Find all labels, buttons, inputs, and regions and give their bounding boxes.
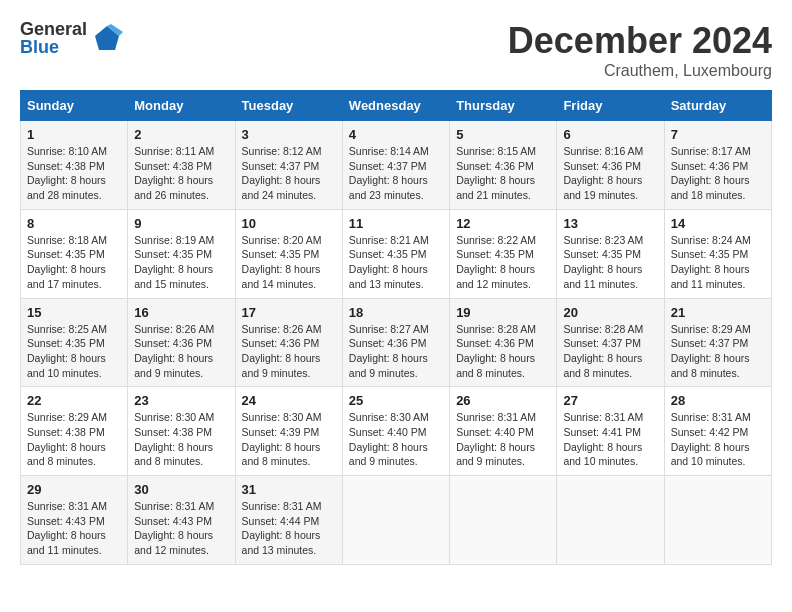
calendar-cell: 14 Sunrise: 8:24 AMSunset: 4:35 PMDaylig… [664,209,771,298]
day-detail: Sunrise: 8:25 AMSunset: 4:35 PMDaylight:… [27,323,107,379]
day-number: 19 [456,305,550,320]
calendar-cell: 24 Sunrise: 8:30 AMSunset: 4:39 PMDaylig… [235,387,342,476]
day-number: 24 [242,393,336,408]
day-detail: Sunrise: 8:20 AMSunset: 4:35 PMDaylight:… [242,234,322,290]
calendar-cell: 10 Sunrise: 8:20 AMSunset: 4:35 PMDaylig… [235,209,342,298]
day-detail: Sunrise: 8:27 AMSunset: 4:36 PMDaylight:… [349,323,429,379]
calendar-cell: 19 Sunrise: 8:28 AMSunset: 4:36 PMDaylig… [450,298,557,387]
calendar-cell: 6 Sunrise: 8:16 AMSunset: 4:36 PMDayligh… [557,121,664,210]
day-detail: Sunrise: 8:26 AMSunset: 4:36 PMDaylight:… [134,323,214,379]
calendar-week-row: 1 Sunrise: 8:10 AMSunset: 4:38 PMDayligh… [21,121,772,210]
calendar-cell: 9 Sunrise: 8:19 AMSunset: 4:35 PMDayligh… [128,209,235,298]
header-saturday: Saturday [664,91,771,121]
day-detail: Sunrise: 8:24 AMSunset: 4:35 PMDaylight:… [671,234,751,290]
day-detail: Sunrise: 8:21 AMSunset: 4:35 PMDaylight:… [349,234,429,290]
calendar-cell: 7 Sunrise: 8:17 AMSunset: 4:36 PMDayligh… [664,121,771,210]
calendar-cell: 23 Sunrise: 8:30 AMSunset: 4:38 PMDaylig… [128,387,235,476]
calendar-table: SundayMondayTuesdayWednesdayThursdayFrid… [20,90,772,565]
calendar-week-row: 29 Sunrise: 8:31 AMSunset: 4:43 PMDaylig… [21,476,772,565]
calendar-cell: 27 Sunrise: 8:31 AMSunset: 4:41 PMDaylig… [557,387,664,476]
day-number: 21 [671,305,765,320]
logo-general-text: General [20,20,87,38]
day-number: 8 [27,216,121,231]
day-number: 25 [349,393,443,408]
calendar-cell: 12 Sunrise: 8:22 AMSunset: 4:35 PMDaylig… [450,209,557,298]
calendar-cell: 22 Sunrise: 8:29 AMSunset: 4:38 PMDaylig… [21,387,128,476]
day-detail: Sunrise: 8:26 AMSunset: 4:36 PMDaylight:… [242,323,322,379]
day-number: 22 [27,393,121,408]
location: Crauthem, Luxembourg [508,62,772,80]
calendar-cell: 30 Sunrise: 8:31 AMSunset: 4:43 PMDaylig… [128,476,235,565]
logo-icon [91,22,123,54]
header-wednesday: Wednesday [342,91,449,121]
calendar-cell: 4 Sunrise: 8:14 AMSunset: 4:37 PMDayligh… [342,121,449,210]
logo-blue-text: Blue [20,38,87,56]
calendar-header-row: SundayMondayTuesdayWednesdayThursdayFrid… [21,91,772,121]
day-detail: Sunrise: 8:16 AMSunset: 4:36 PMDaylight:… [563,145,643,201]
day-number: 31 [242,482,336,497]
header-monday: Monday [128,91,235,121]
day-number: 18 [349,305,443,320]
day-number: 4 [349,127,443,142]
calendar-cell: 29 Sunrise: 8:31 AMSunset: 4:43 PMDaylig… [21,476,128,565]
day-detail: Sunrise: 8:31 AMSunset: 4:43 PMDaylight:… [27,500,107,556]
day-number: 28 [671,393,765,408]
calendar-cell: 17 Sunrise: 8:26 AMSunset: 4:36 PMDaylig… [235,298,342,387]
calendar-cell: 2 Sunrise: 8:11 AMSunset: 4:38 PMDayligh… [128,121,235,210]
header-friday: Friday [557,91,664,121]
calendar-cell: 21 Sunrise: 8:29 AMSunset: 4:37 PMDaylig… [664,298,771,387]
day-number: 17 [242,305,336,320]
day-number: 7 [671,127,765,142]
day-detail: Sunrise: 8:31 AMSunset: 4:41 PMDaylight:… [563,411,643,467]
header-thursday: Thursday [450,91,557,121]
calendar-cell: 18 Sunrise: 8:27 AMSunset: 4:36 PMDaylig… [342,298,449,387]
header-sunday: Sunday [21,91,128,121]
day-number: 3 [242,127,336,142]
calendar-week-row: 22 Sunrise: 8:29 AMSunset: 4:38 PMDaylig… [21,387,772,476]
day-number: 5 [456,127,550,142]
day-number: 10 [242,216,336,231]
calendar-cell: 1 Sunrise: 8:10 AMSunset: 4:38 PMDayligh… [21,121,128,210]
calendar-cell [342,476,449,565]
day-number: 12 [456,216,550,231]
day-number: 15 [27,305,121,320]
day-detail: Sunrise: 8:14 AMSunset: 4:37 PMDaylight:… [349,145,429,201]
calendar-cell [557,476,664,565]
day-detail: Sunrise: 8:29 AMSunset: 4:37 PMDaylight:… [671,323,751,379]
title-area: December 2024 Crauthem, Luxembourg [508,20,772,80]
day-number: 23 [134,393,228,408]
day-detail: Sunrise: 8:30 AMSunset: 4:38 PMDaylight:… [134,411,214,467]
calendar-cell: 11 Sunrise: 8:21 AMSunset: 4:35 PMDaylig… [342,209,449,298]
day-number: 27 [563,393,657,408]
calendar-cell [450,476,557,565]
calendar-cell: 5 Sunrise: 8:15 AMSunset: 4:36 PMDayligh… [450,121,557,210]
day-number: 26 [456,393,550,408]
calendar-cell: 15 Sunrise: 8:25 AMSunset: 4:35 PMDaylig… [21,298,128,387]
header: General Blue December 2024 Crauthem, Lux… [20,20,772,80]
header-tuesday: Tuesday [235,91,342,121]
day-detail: Sunrise: 8:30 AMSunset: 4:39 PMDaylight:… [242,411,322,467]
day-detail: Sunrise: 8:31 AMSunset: 4:43 PMDaylight:… [134,500,214,556]
day-detail: Sunrise: 8:31 AMSunset: 4:40 PMDaylight:… [456,411,536,467]
day-number: 9 [134,216,228,231]
day-number: 20 [563,305,657,320]
day-detail: Sunrise: 8:23 AMSunset: 4:35 PMDaylight:… [563,234,643,290]
day-number: 30 [134,482,228,497]
day-detail: Sunrise: 8:22 AMSunset: 4:35 PMDaylight:… [456,234,536,290]
day-number: 13 [563,216,657,231]
day-detail: Sunrise: 8:17 AMSunset: 4:36 PMDaylight:… [671,145,751,201]
calendar-cell: 28 Sunrise: 8:31 AMSunset: 4:42 PMDaylig… [664,387,771,476]
day-number: 29 [27,482,121,497]
day-detail: Sunrise: 8:28 AMSunset: 4:37 PMDaylight:… [563,323,643,379]
day-detail: Sunrise: 8:30 AMSunset: 4:40 PMDaylight:… [349,411,429,467]
calendar-cell: 3 Sunrise: 8:12 AMSunset: 4:37 PMDayligh… [235,121,342,210]
calendar-cell: 20 Sunrise: 8:28 AMSunset: 4:37 PMDaylig… [557,298,664,387]
calendar-cell [664,476,771,565]
logo: General Blue [20,20,123,56]
day-detail: Sunrise: 8:18 AMSunset: 4:35 PMDaylight:… [27,234,107,290]
day-detail: Sunrise: 8:31 AMSunset: 4:44 PMDaylight:… [242,500,322,556]
calendar-week-row: 15 Sunrise: 8:25 AMSunset: 4:35 PMDaylig… [21,298,772,387]
calendar-cell: 25 Sunrise: 8:30 AMSunset: 4:40 PMDaylig… [342,387,449,476]
day-number: 2 [134,127,228,142]
day-number: 16 [134,305,228,320]
